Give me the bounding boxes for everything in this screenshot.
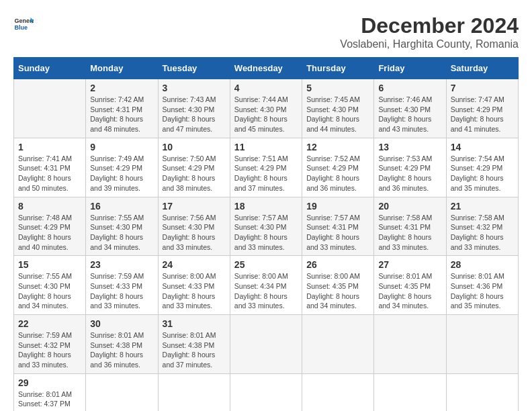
day-info: Sunrise: 8:00 AMSunset: 4:33 PMDaylight:…	[163, 272, 216, 310]
calendar-table: Sunday Monday Tuesday Wednesday Thursday…	[13, 57, 519, 411]
table-row: 29Sunrise: 8:01 AMSunset: 4:37 PMDayligh…	[14, 373, 519, 411]
day-info: Sunrise: 7:58 AMSunset: 4:31 PMDaylight:…	[378, 214, 432, 251]
header-monday: Monday	[86, 58, 158, 79]
calendar-cell	[158, 373, 230, 411]
page-header: General Blue December 2024 Voslabeni, Ha…	[13, 13, 519, 50]
day-info: Sunrise: 7:59 AMSunset: 4:32 PMDaylight:…	[18, 331, 72, 369]
day-info: Sunrise: 7:55 AMSunset: 4:30 PMDaylight:…	[90, 214, 144, 251]
day-info: Sunrise: 8:01 AMSunset: 4:38 PMDaylight:…	[163, 331, 216, 369]
day-info: Sunrise: 8:01 AMSunset: 4:35 PMDaylight:…	[378, 272, 432, 310]
calendar-cell	[302, 315, 374, 374]
day-info: Sunrise: 7:42 AMSunset: 4:31 PMDaylight:…	[90, 95, 144, 133]
day-info: Sunrise: 7:55 AMSunset: 4:30 PMDaylight:…	[18, 272, 72, 310]
day-number: 14	[451, 142, 514, 152]
day-number: 28	[451, 259, 514, 270]
day-number: 1	[18, 142, 81, 152]
calendar-cell: 13Sunrise: 7:53 AMSunset: 4:29 PMDayligh…	[374, 138, 446, 197]
day-number: 15	[18, 259, 81, 270]
day-number: 23	[90, 259, 153, 270]
header-friday: Friday	[374, 58, 446, 79]
calendar-cell	[230, 373, 302, 411]
calendar-cell: 1Sunrise: 7:41 AMSunset: 4:31 PMDaylight…	[14, 138, 86, 197]
calendar-cell	[302, 373, 374, 411]
day-info: Sunrise: 7:52 AMSunset: 4:29 PMDaylight:…	[306, 154, 360, 192]
calendar-cell	[230, 315, 302, 374]
day-info: Sunrise: 7:56 AMSunset: 4:30 PMDaylight:…	[163, 214, 216, 251]
day-number: 31	[163, 318, 226, 329]
calendar-cell: 12Sunrise: 7:52 AMSunset: 4:29 PMDayligh…	[302, 138, 374, 197]
header-row: Sunday Monday Tuesday Wednesday Thursday…	[14, 58, 519, 79]
day-number: 4	[234, 83, 298, 93]
header-wednesday: Wednesday	[230, 58, 302, 79]
header-sunday: Sunday	[14, 58, 86, 79]
header-saturday: Saturday	[446, 58, 518, 79]
calendar-cell: 8Sunrise: 7:48 AMSunset: 4:29 PMDaylight…	[14, 197, 86, 256]
day-number: 26	[306, 259, 369, 270]
calendar-cell: 18Sunrise: 7:57 AMSunset: 4:30 PMDayligh…	[230, 197, 302, 256]
calendar-cell: 9Sunrise: 7:49 AMSunset: 4:29 PMDaylight…	[86, 138, 158, 197]
calendar-cell: 20Sunrise: 7:58 AMSunset: 4:31 PMDayligh…	[374, 197, 446, 256]
table-row: 22Sunrise: 7:59 AMSunset: 4:32 PMDayligh…	[14, 315, 519, 374]
table-row: 15Sunrise: 7:55 AMSunset: 4:30 PMDayligh…	[14, 256, 519, 315]
calendar-cell: 23Sunrise: 7:59 AMSunset: 4:33 PMDayligh…	[86, 256, 158, 315]
header-tuesday: Tuesday	[158, 58, 230, 79]
day-info: Sunrise: 8:00 AMSunset: 4:34 PMDaylight:…	[234, 272, 288, 310]
day-number: 17	[163, 201, 226, 212]
calendar-cell: 28Sunrise: 8:01 AMSunset: 4:36 PMDayligh…	[446, 256, 518, 315]
day-info: Sunrise: 7:53 AMSunset: 4:29 PMDaylight:…	[378, 154, 432, 192]
day-number: 19	[306, 201, 369, 212]
day-number: 6	[378, 83, 441, 93]
calendar-cell: 22Sunrise: 7:59 AMSunset: 4:32 PMDayligh…	[14, 315, 86, 374]
table-row: 8Sunrise: 7:48 AMSunset: 4:29 PMDaylight…	[14, 197, 519, 256]
day-number: 11	[234, 142, 298, 152]
day-number: 16	[90, 201, 153, 212]
day-number: 7	[451, 83, 514, 93]
calendar-cell: 3Sunrise: 7:43 AMSunset: 4:30 PMDaylight…	[158, 79, 230, 138]
day-number: 29	[18, 377, 81, 388]
day-info: Sunrise: 8:01 AMSunset: 4:38 PMDaylight:…	[90, 331, 144, 369]
day-number: 10	[163, 142, 226, 152]
day-number: 22	[18, 318, 81, 329]
day-info: Sunrise: 7:59 AMSunset: 4:33 PMDaylight:…	[90, 272, 144, 310]
svg-text:Blue: Blue	[15, 24, 28, 31]
day-info: Sunrise: 8:01 AMSunset: 4:36 PMDaylight:…	[451, 272, 504, 310]
calendar-cell: 24Sunrise: 8:00 AMSunset: 4:33 PMDayligh…	[158, 256, 230, 315]
title-section: December 2024 Voslabeni, Harghita County…	[340, 13, 519, 50]
calendar-cell: 25Sunrise: 8:00 AMSunset: 4:34 PMDayligh…	[230, 256, 302, 315]
day-info: Sunrise: 8:00 AMSunset: 4:35 PMDaylight:…	[306, 272, 360, 310]
day-number: 12	[306, 142, 369, 152]
day-info: Sunrise: 7:45 AMSunset: 4:30 PMDaylight:…	[306, 95, 360, 133]
day-info: Sunrise: 7:46 AMSunset: 4:30 PMDaylight:…	[378, 95, 432, 133]
day-number: 13	[378, 142, 441, 152]
day-info: Sunrise: 7:50 AMSunset: 4:29 PMDaylight:…	[163, 154, 216, 192]
calendar-cell: 5Sunrise: 7:45 AMSunset: 4:30 PMDaylight…	[302, 79, 374, 138]
calendar-cell: 17Sunrise: 7:56 AMSunset: 4:30 PMDayligh…	[158, 197, 230, 256]
calendar-cell	[446, 373, 518, 411]
day-info: Sunrise: 7:41 AMSunset: 4:31 PMDaylight:…	[18, 154, 72, 192]
day-info: Sunrise: 7:49 AMSunset: 4:29 PMDaylight:…	[90, 154, 144, 192]
day-info: Sunrise: 7:58 AMSunset: 4:32 PMDaylight:…	[451, 214, 504, 251]
day-number: 3	[163, 83, 226, 93]
calendar-cell: 2Sunrise: 7:42 AMSunset: 4:31 PMDaylight…	[86, 79, 158, 138]
calendar-cell: 6Sunrise: 7:46 AMSunset: 4:30 PMDaylight…	[374, 79, 446, 138]
day-number: 25	[234, 259, 298, 270]
page-title: December 2024	[340, 13, 519, 38]
day-info: Sunrise: 7:57 AMSunset: 4:30 PMDaylight:…	[234, 214, 288, 251]
day-number: 20	[378, 201, 441, 212]
day-number: 5	[306, 83, 369, 93]
calendar-cell: 26Sunrise: 8:00 AMSunset: 4:35 PMDayligh…	[302, 256, 374, 315]
day-info: Sunrise: 7:57 AMSunset: 4:31 PMDaylight:…	[306, 214, 360, 251]
calendar-cell: 15Sunrise: 7:55 AMSunset: 4:30 PMDayligh…	[14, 256, 86, 315]
calendar-cell: 30Sunrise: 8:01 AMSunset: 4:38 PMDayligh…	[86, 315, 158, 374]
calendar-cell	[374, 315, 446, 374]
day-number: 30	[90, 318, 153, 329]
day-info: Sunrise: 7:43 AMSunset: 4:30 PMDaylight:…	[163, 95, 216, 133]
calendar-cell: 7Sunrise: 7:47 AMSunset: 4:29 PMDaylight…	[446, 79, 518, 138]
day-info: Sunrise: 7:47 AMSunset: 4:29 PMDaylight:…	[451, 95, 504, 133]
table-row: 2Sunrise: 7:42 AMSunset: 4:31 PMDaylight…	[14, 79, 519, 138]
day-number: 24	[163, 259, 226, 270]
calendar-cell: 29Sunrise: 8:01 AMSunset: 4:37 PMDayligh…	[14, 373, 86, 411]
day-number: 2	[90, 83, 153, 93]
page-subtitle: Voslabeni, Harghita County, Romania	[340, 38, 519, 50]
calendar-cell	[86, 373, 158, 411]
